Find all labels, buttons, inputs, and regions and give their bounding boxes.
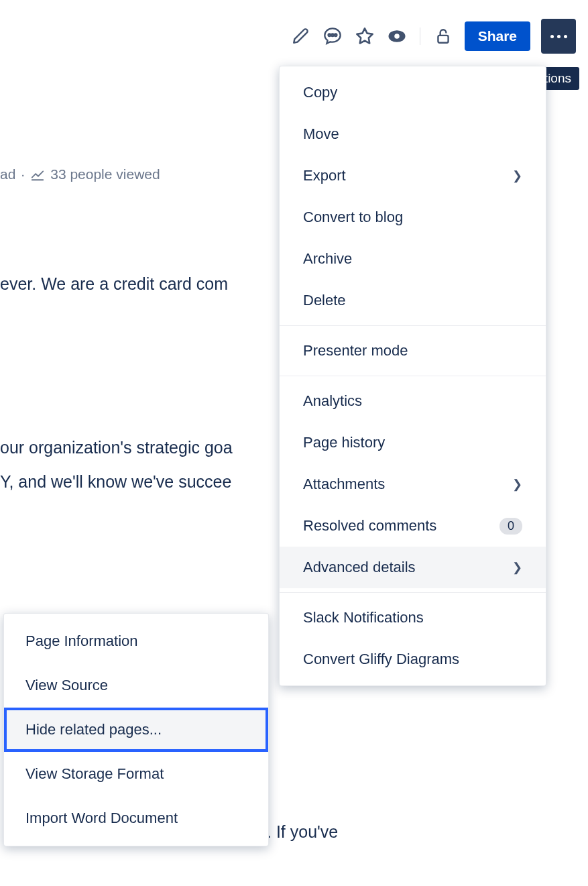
comment-icon[interactable] bbox=[322, 25, 343, 47]
body-line-2: our organization's strategic goa bbox=[0, 435, 233, 461]
menu-label: Copy bbox=[303, 84, 337, 101]
views-count[interactable]: 33 people viewed bbox=[50, 166, 160, 182]
menu-separator bbox=[280, 325, 546, 326]
svg-rect-4 bbox=[438, 36, 448, 43]
menu-item-advanced-details[interactable]: Advanced details❯ bbox=[280, 547, 546, 588]
submenu-item-import-word[interactable]: Import Word Document bbox=[4, 796, 268, 840]
menu-label: Export bbox=[303, 167, 346, 184]
meta-partial: ad bbox=[0, 166, 15, 182]
body-line-3: Y, and we'll know we've succee bbox=[0, 469, 231, 495]
chevron-right-icon: ❯ bbox=[512, 560, 522, 575]
share-button[interactable]: Share bbox=[465, 21, 530, 51]
menu-item-analytics[interactable]: Analytics bbox=[280, 380, 546, 422]
more-actions-menu: Copy Move Export❯ Convert to blog Archiv… bbox=[279, 66, 546, 686]
meta-dot: · bbox=[21, 166, 25, 182]
menu-item-attachments[interactable]: Attachments❯ bbox=[280, 463, 546, 505]
menu-item-move[interactable]: Move bbox=[280, 113, 546, 155]
menu-item-archive[interactable]: Archive bbox=[280, 238, 546, 280]
menu-label: Advanced details bbox=[303, 559, 416, 576]
star-icon[interactable] bbox=[354, 25, 375, 47]
svg-point-3 bbox=[394, 34, 400, 39]
menu-label: Slack Notifications bbox=[303, 609, 424, 626]
analytics-icon bbox=[30, 167, 45, 182]
menu-item-convert-gliffy[interactable]: Convert Gliffy Diagrams bbox=[280, 639, 546, 680]
page-meta: ad · 33 people viewed bbox=[0, 166, 160, 182]
edit-icon[interactable] bbox=[290, 25, 311, 47]
menu-item-slack[interactable]: Slack Notifications bbox=[280, 597, 546, 639]
menu-item-page-history[interactable]: Page history bbox=[280, 422, 546, 463]
page-toolbar: Share bbox=[290, 19, 576, 54]
menu-item-presenter[interactable]: Presenter mode bbox=[280, 330, 546, 372]
watch-icon[interactable] bbox=[386, 25, 408, 47]
menu-item-export[interactable]: Export❯ bbox=[280, 155, 546, 197]
menu-label: Presenter mode bbox=[303, 342, 408, 359]
menu-label: Convert to blog bbox=[303, 209, 403, 226]
restrictions-icon[interactable] bbox=[432, 25, 454, 47]
toolbar-divider bbox=[420, 27, 420, 45]
submenu-item-view-storage[interactable]: View Storage Format bbox=[4, 752, 268, 796]
menu-label: Analytics bbox=[303, 392, 362, 410]
menu-label: Attachments bbox=[303, 476, 385, 493]
resolved-count-badge: 0 bbox=[499, 518, 522, 535]
chevron-right-icon: ❯ bbox=[512, 477, 522, 492]
submenu-item-view-source[interactable]: View Source bbox=[4, 663, 268, 708]
menu-item-delete[interactable]: Delete bbox=[280, 280, 546, 321]
more-icon bbox=[550, 35, 567, 38]
menu-item-copy[interactable]: Copy bbox=[280, 72, 546, 113]
menu-item-convert-blog[interactable]: Convert to blog bbox=[280, 197, 546, 238]
menu-label: Move bbox=[303, 125, 339, 143]
menu-separator bbox=[280, 376, 546, 376]
svg-marker-1 bbox=[357, 28, 372, 43]
submenu-item-hide-related[interactable]: Hide related pages... bbox=[4, 708, 268, 752]
menu-label: Convert Gliffy Diagrams bbox=[303, 651, 459, 668]
chevron-right-icon: ❯ bbox=[512, 168, 522, 183]
submenu-item-page-info[interactable]: Page Information bbox=[4, 619, 268, 663]
more-actions-button[interactable] bbox=[541, 19, 576, 54]
menu-label: Delete bbox=[303, 292, 346, 309]
menu-label: Archive bbox=[303, 250, 352, 268]
body-line-1: ever. We are a credit card com bbox=[0, 272, 228, 297]
menu-item-resolved-comments[interactable]: Resolved comments0 bbox=[280, 505, 546, 547]
body-line-4: . If you've bbox=[267, 820, 338, 845]
advanced-details-submenu: Page Information View Source Hide relate… bbox=[3, 613, 269, 846]
menu-label: Resolved comments bbox=[303, 517, 436, 535]
menu-label: Page history bbox=[303, 434, 385, 451]
menu-separator bbox=[280, 592, 546, 593]
